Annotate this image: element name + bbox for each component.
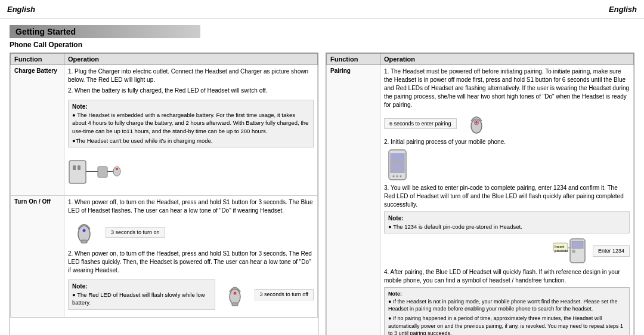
svg-point-32 [572, 250, 575, 253]
svg-rect-2 [78, 165, 80, 170]
operation-cell: 1. The Headset must be powered off befor… [380, 65, 634, 336]
charge-note-bullet1: ● The Headset is embedded with a recharg… [72, 111, 309, 135]
caption-turn-off: 3 seconds to turn off [255, 289, 314, 300]
headset-off-svg [220, 281, 250, 308]
step1: 1. Plug the Charger into electric outlet… [68, 67, 314, 84]
pairing-note2-bullet1: ● If the Headset is not in pairing mode,… [388, 298, 626, 313]
svg-rect-1 [73, 165, 76, 170]
turn-on-image-row: 3 seconds to turn on [68, 217, 314, 247]
charge-note-bullet2: ●The Headset can't be used while it's in… [72, 137, 309, 145]
left-table-section: Function Operation Charge Battery 1. Plu… [10, 53, 318, 335]
headset-on-svg [68, 217, 101, 247]
table-row: Turn On / Off 1. When power off, to turn… [11, 196, 318, 318]
main-content: Getting Started Phone Call Operation Fun… [0, 19, 644, 335]
operation-cell: 1. Plug the Charger into electric outlet… [64, 65, 318, 196]
pairing-step3: 3. You will be asked to enter pin-code t… [384, 184, 630, 209]
svg-point-14 [471, 119, 482, 133]
mobile-phone-svg [384, 149, 411, 182]
pairing-image-row1: 6 seconds to enter pairing [384, 112, 630, 136]
svg-rect-24 [392, 161, 401, 162]
section-title-bar: Getting Started [10, 25, 200, 38]
svg-text:pincode: pincode [555, 249, 569, 253]
pairing-note2: Note: ● If the Headset is not in pairing… [384, 287, 630, 335]
svg-text:Insert: Insert [555, 245, 564, 248]
subsection-title: Phone Call Operation [10, 41, 634, 49]
svg-point-12 [233, 291, 236, 294]
turnoff-note-bullet: ● The Red LED of Headset will flash slow… [72, 291, 211, 307]
svg-point-20 [397, 176, 398, 177]
step1-on: 1. When power off, to turn on the Headse… [68, 198, 314, 215]
turn-on-caption: 3 seconds to turn on [106, 226, 165, 239]
svg-rect-4 [98, 167, 107, 177]
step2-off: 2. When power on, to turn off the Headse… [68, 250, 314, 275]
turn-off-image-row: Note: ● The Red LED of Headset will flas… [68, 277, 314, 312]
enter-pin-row: Insert pincode Enter 1234 [384, 236, 630, 266]
pincode-device-svg: Insert pincode [552, 236, 588, 266]
step2: 2. When the battery is fully charged, th… [68, 87, 314, 95]
pairing-step1: 1. The Headset must be powered off befor… [384, 67, 630, 109]
svg-rect-10 [81, 240, 87, 243]
header-right-english: English [609, 5, 637, 14]
function-cell: Pairing [327, 65, 380, 336]
left-col2-header: Operation [64, 54, 318, 65]
svg-point-11 [230, 289, 240, 305]
right-table: Function Operation Pairing 1. The Headse… [326, 53, 634, 335]
pairing-note1: Note: ● The 1234 is default pin-code pre… [384, 211, 630, 233]
svg-point-15 [475, 121, 478, 124]
charge-note-box: Note: ● The Headset is embedded with a r… [68, 100, 314, 147]
svg-rect-25 [392, 163, 398, 164]
caption-turn-on: 3 seconds to turn on [106, 227, 165, 238]
function-cell: Charge Battery [11, 65, 64, 196]
right-col1-header: Function [327, 54, 380, 65]
charger-svg [68, 155, 122, 190]
tables-container: Function Operation Charge Battery 1. Plu… [10, 53, 634, 335]
left-table: Function Operation Charge Battery 1. Plu… [10, 53, 318, 318]
turn-off-caption: 3 seconds to turn off [255, 288, 314, 302]
svg-point-19 [393, 176, 395, 177]
pairing-note2-bullet2: ● If no pairing happened in a period of … [388, 315, 626, 335]
svg-rect-23 [392, 158, 400, 159]
page-title: Getting Started [16, 27, 194, 36]
table-row: Charge Battery 1. Plug the Charger into … [11, 65, 318, 196]
pairing-step2: 2. Initial pairing process of your mobil… [384, 138, 630, 146]
function-cell: Turn On / Off [11, 196, 64, 318]
header-bar: English English [0, 0, 644, 19]
turn-off-note-box: Note: ● The Red LED of Headset will flas… [68, 279, 215, 310]
pairing-phone-row [384, 149, 630, 182]
caption-pairing: 6 seconds to enter pairing [384, 118, 457, 130]
svg-rect-27 [572, 241, 583, 248]
table-row: Pairing 1. The Headset must be powered o… [327, 65, 634, 336]
operation-cell: 1. When power off, to turn on the Headse… [64, 196, 318, 318]
turnoff-note-title: Note: [72, 282, 211, 291]
pairing-note1-bullet: ● The 1234 is default pin-code pre-store… [388, 223, 626, 230]
caption-enter: Enter 1234 [593, 245, 630, 257]
svg-point-21 [400, 176, 402, 177]
charger-image-area: Note: ● The Headset is embedded with a r… [68, 97, 314, 190]
svg-point-7 [116, 168, 118, 170]
svg-rect-13 [232, 303, 238, 306]
pairing-headset-svg [462, 112, 491, 136]
right-col2-header: Operation [380, 54, 634, 65]
charge-note-title: Note: [72, 103, 309, 111]
svg-rect-22 [392, 155, 403, 157]
right-table-section: Function Operation Pairing 1. The Headse… [326, 53, 634, 335]
pairing-step4: 4. After pairing, the Blue LED of Headse… [384, 268, 630, 285]
header-left-english: English [7, 5, 35, 14]
left-col1-header: Function [11, 54, 64, 65]
svg-point-9 [83, 229, 86, 232]
svg-rect-0 [69, 161, 86, 183]
